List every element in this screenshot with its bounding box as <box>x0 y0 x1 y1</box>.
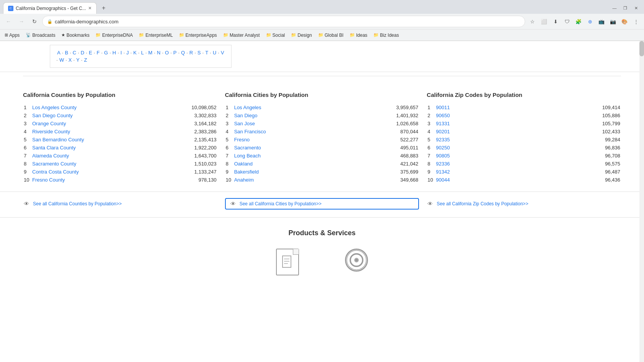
maximize-button[interactable]: ❐ <box>620 3 630 13</box>
zip-link[interactable]: 90650 <box>436 113 450 118</box>
county-link[interactable]: San Diego County <box>32 113 73 118</box>
bookmark-social[interactable]: 📁 Social <box>264 32 287 39</box>
scrollbar-thumb[interactable] <box>639 41 644 56</box>
alpha-link-k[interactable]: K <box>133 50 138 56</box>
alpha-link-e[interactable]: E <box>88 50 93 56</box>
download-icon[interactable]: ⬇ <box>550 16 560 26</box>
alpha-link-b[interactable]: B <box>64 50 69 56</box>
active-tab[interactable]: C California Demographics - Get C... ✕ <box>3 2 97 14</box>
bookmark-design[interactable]: 📁 Design <box>289 32 313 39</box>
pop-cell: 349,668 <box>342 176 419 184</box>
zip-link[interactable]: 91331 <box>436 121 450 126</box>
alpha-link-y[interactable]: Y <box>76 57 80 63</box>
county-link[interactable]: Sacramento County <box>32 161 76 167</box>
close-button[interactable]: ✕ <box>631 3 641 13</box>
alpha-link-n[interactable]: N <box>156 50 161 56</box>
see-all-counties-link[interactable]: See all California Counties by Populatio… <box>33 201 122 206</box>
city-link[interactable]: Oakland <box>234 161 253 167</box>
address-bar[interactable]: 🔒 california-demographics.com <box>42 16 525 27</box>
screenshot-icon[interactable]: 📷 <box>608 16 618 26</box>
new-tab-button[interactable]: + <box>98 3 109 13</box>
zip-link[interactable]: 91342 <box>436 169 450 175</box>
zip-link[interactable]: 90805 <box>436 153 450 159</box>
settings-icon[interactable]: ⋮ <box>631 16 641 26</box>
alpha-link-x[interactable]: X <box>68 57 73 63</box>
city-link[interactable]: Sacramento <box>234 145 261 151</box>
bookmark-globalbi[interactable]: 📁 Global BI <box>317 32 345 39</box>
see-all-cities[interactable]: 👁 See all California Cities by Populatio… <box>225 198 419 210</box>
alpha-link-j[interactable]: J <box>126 50 130 56</box>
forward-button[interactable]: → <box>16 16 27 27</box>
name-cell: Sacramento <box>233 144 342 152</box>
alpha-link-r[interactable]: R <box>189 50 194 56</box>
bookmark-enterprisedna[interactable]: 📁 EnterpriseDNA <box>94 32 134 39</box>
county-link[interactable]: San Bernardino County <box>32 137 84 143</box>
city-link[interactable]: Bakersfield <box>234 169 259 175</box>
alpha-link-q[interactable]: Q <box>180 50 186 56</box>
alpha-link-u[interactable]: U <box>212 50 217 56</box>
city-link[interactable]: San Francisco <box>234 129 266 134</box>
city-link[interactable]: San Jose <box>234 121 255 126</box>
county-link[interactable]: Alameda County <box>32 153 69 159</box>
bookmark-enterpriseml[interactable]: 📁 EnterpriseML <box>137 32 174 39</box>
alpha-link-l[interactable]: L <box>140 50 145 56</box>
bookmark-bizideas[interactable]: 📁 Biz Ideas <box>372 32 400 39</box>
scrollbar[interactable] <box>639 41 644 362</box>
chrome-icon[interactable]: ⊕ <box>585 16 595 26</box>
folder-icon-5: 📁 <box>266 33 271 38</box>
city-link[interactable]: Los Angeles <box>234 105 261 110</box>
back-button[interactable]: ← <box>3 16 14 27</box>
tab-close-button[interactable]: ✕ <box>88 6 92 11</box>
alpha-link-m[interactable]: M <box>148 50 153 56</box>
bookmark-masteranalyst[interactable]: 📁 Master Analyst <box>222 32 261 39</box>
alpha-link-p[interactable]: P <box>172 50 177 56</box>
alpha-link-z[interactable]: Z <box>83 57 88 63</box>
zip-link[interactable]: 92335 <box>436 137 450 143</box>
alpha-link-w[interactable]: W <box>59 57 65 63</box>
reload-button[interactable]: ↻ <box>29 16 40 27</box>
alpha-link-g[interactable]: G <box>104 50 109 56</box>
city-link[interactable]: San Diego <box>234 113 258 118</box>
alpha-link-h[interactable]: H <box>112 50 117 56</box>
city-link[interactable]: Long Beach <box>234 153 261 159</box>
bookmark-apps[interactable]: ⊞ Apps <box>3 32 21 39</box>
bookmark-enterpriseapps[interactable]: 📁 EnterpriseApps <box>177 32 219 39</box>
bookmark-bookmarks[interactable]: ★ Bookmarks <box>60 32 91 39</box>
county-link[interactable]: Contra Costa County <box>32 169 79 175</box>
rank-cell: 6 <box>23 144 31 152</box>
cast-icon[interactable]: 📺 <box>596 16 606 26</box>
zip-link[interactable]: 90250 <box>436 145 450 151</box>
alpha-link-c[interactable]: C <box>72 50 77 56</box>
colorpick-icon[interactable]: 🎨 <box>619 16 629 26</box>
zip-link[interactable]: 92336 <box>436 161 450 167</box>
city-link[interactable]: Anaheim <box>234 177 254 183</box>
alpha-link-v[interactable]: V <box>220 50 225 56</box>
extension-icon[interactable]: ⬜ <box>539 16 549 26</box>
see-all-zipcodes-link[interactable]: See all California Zip Codes by Populati… <box>437 201 528 206</box>
zip-link[interactable]: 90201 <box>436 129 450 134</box>
see-all-cities-link[interactable]: See all California Cities by Population>… <box>240 201 322 206</box>
name-cell: San Bernardino County <box>31 136 156 144</box>
alpha-link-t[interactable]: T <box>204 50 209 56</box>
county-link[interactable]: Orange County <box>32 121 66 126</box>
minimize-button[interactable]: — <box>610 3 619 13</box>
bookmark-broadcasts[interactable]: 📡 Broadcasts <box>24 32 57 39</box>
alpha-link-s[interactable]: S <box>197 50 202 56</box>
county-link[interactable]: Fresno County <box>32 177 65 183</box>
alpha-link-f[interactable]: F <box>96 50 100 56</box>
city-link[interactable]: Fresno <box>234 137 250 143</box>
county-link[interactable]: Santa Clara County <box>32 145 76 151</box>
star-icon[interactable]: ☆ <box>527 16 537 26</box>
bookmark-ideas[interactable]: 📁 Ideas <box>348 32 369 39</box>
alpha-link-a[interactable]: A <box>56 50 61 56</box>
alpha-link-i[interactable]: I <box>120 50 123 56</box>
zip-link[interactable]: 90044 <box>436 177 450 183</box>
county-link[interactable]: Riverside County <box>32 129 70 134</box>
rank-cell: 10 <box>23 176 31 184</box>
alpha-link-d[interactable]: D <box>80 50 85 56</box>
zip-link[interactable]: 90011 <box>436 105 450 110</box>
shield-icon[interactable]: 🛡 <box>562 16 572 26</box>
alpha-link-o[interactable]: O <box>164 50 169 56</box>
county-link[interactable]: Los Angeles County <box>32 105 77 110</box>
puzzle-icon[interactable]: 🧩 <box>573 16 583 26</box>
